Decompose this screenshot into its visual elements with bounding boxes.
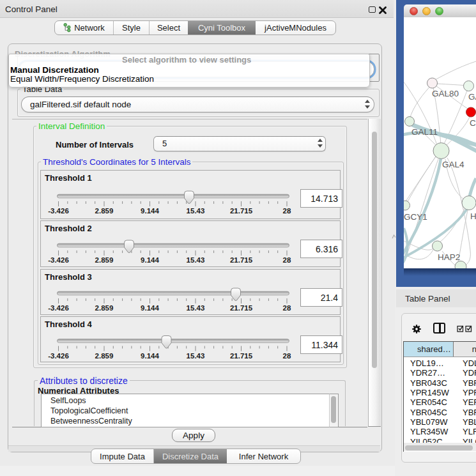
svg-text:GAL80: GAL80	[432, 89, 459, 98]
svg-text:15.43: 15.43	[187, 207, 205, 215]
svg-text:9.144: 9.144	[141, 207, 159, 215]
svg-text:2.859: 2.859	[95, 207, 114, 215]
svg-text:21.715: 21.715	[230, 304, 253, 312]
svg-text:15.43: 15.43	[187, 352, 205, 360]
svg-text:GA: GA	[468, 92, 476, 102]
svg-text:GCY1: GCY1	[404, 212, 427, 222]
svg-text:21.715: 21.715	[230, 256, 253, 264]
svg-text:28: 28	[283, 256, 291, 264]
svg-text:21.715: 21.715	[230, 207, 253, 215]
svg-text:9.144: 9.144	[141, 256, 159, 264]
svg-text:C: C	[470, 118, 476, 128]
svg-text:-3.426: -3.426	[48, 352, 69, 360]
svg-text:28: 28	[283, 304, 291, 312]
svg-text:-3.426: -3.426	[48, 304, 69, 312]
svg-text:15.43: 15.43	[187, 304, 205, 312]
svg-text:28: 28	[283, 207, 291, 215]
svg-text:2.859: 2.859	[95, 256, 114, 264]
svg-text:2.859: 2.859	[95, 352, 114, 360]
svg-text:GAL4: GAL4	[442, 160, 464, 169]
svg-text:21.715: 21.715	[230, 352, 253, 360]
svg-text:-3.426: -3.426	[48, 207, 69, 215]
svg-text:15.43: 15.43	[187, 256, 205, 264]
svg-text:28: 28	[283, 352, 291, 360]
svg-text:2.859: 2.859	[95, 304, 114, 312]
svg-text:H: H	[470, 211, 476, 221]
svg-text:HAP2: HAP2	[438, 252, 460, 262]
svg-text:-3.426: -3.426	[48, 256, 69, 264]
svg-text:GAL11: GAL11	[411, 127, 438, 137]
svg-text:9.144: 9.144	[141, 352, 159, 360]
svg-text:9.144: 9.144	[141, 304, 159, 312]
